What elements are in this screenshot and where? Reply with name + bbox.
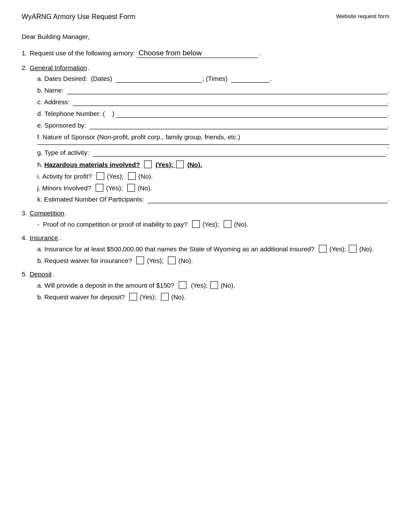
section-4-num: 4. xyxy=(22,234,27,241)
competition-yes-checkbox[interactable] xyxy=(192,220,200,228)
hazardous-yes-checkbox[interactable] xyxy=(144,160,152,168)
waiver-ins-yes-checkbox[interactable] xyxy=(136,256,144,264)
sub-2c-letter: c. xyxy=(37,98,42,106)
sub-2k-label: Estimated Number Of Participants: xyxy=(44,195,146,203)
sub-section-2g: g. Type of activity: . xyxy=(37,149,389,157)
sub-2d-letter: d. xyxy=(37,110,43,117)
sub-2b-letter: b. xyxy=(37,87,43,94)
waiver-ins-no-label: (No). xyxy=(178,257,193,264)
section-3-num: 3. xyxy=(22,209,27,217)
minors-no-checkbox[interactable] xyxy=(127,184,135,192)
sub-section-2a: a. Dates Desired: (Dates) ; (Times) . xyxy=(37,75,389,83)
profit-yes-checkbox[interactable] xyxy=(96,172,104,180)
section-2: 2. General Information . a. Dates Desire… xyxy=(22,64,389,203)
sub-2h-label: Hazardous materials involved? xyxy=(45,161,140,168)
sub-5b-letter: b. xyxy=(37,293,43,301)
sub-section-4a: a. Insurance for at least $500,000.00 th… xyxy=(37,245,389,253)
sub-2d-label: Telephone Number: ( ) xyxy=(45,110,115,117)
section-2-num: 2. xyxy=(22,64,27,71)
competition-no-checkbox[interactable] xyxy=(224,220,231,228)
times-fill[interactable] xyxy=(231,75,270,83)
sub-section-2c: c. Address: . xyxy=(37,98,389,106)
sub-2j-letter: j. xyxy=(37,184,41,192)
sub-2k-letter: k. xyxy=(37,195,42,203)
sub-2j-label: Minors Involved? xyxy=(42,184,93,192)
section-5: 5. Deposit . a. Will provide a deposit i… xyxy=(22,270,389,301)
waiver-dep-yes-checkbox[interactable] xyxy=(129,293,137,301)
deposit-no-checkbox[interactable] xyxy=(210,281,218,289)
sub-section-2k: k. Estimated Number Of Participants: . xyxy=(37,195,389,203)
section-3-label: Competition xyxy=(30,209,64,217)
deposit-yes-checkbox[interactable] xyxy=(179,281,186,289)
hazardous-yes-label: (Yes); xyxy=(156,161,175,168)
sub-section-2j: j. Minors Involved? (Yes); (No). xyxy=(37,184,389,192)
participants-fill[interactable] xyxy=(148,195,388,203)
sub-section-5b: b. Request waiver for deposit? (Yes); (N… xyxy=(37,293,389,301)
waiver-ins-no-checkbox[interactable] xyxy=(168,256,176,264)
competition-yes-label: (Yes); xyxy=(202,221,221,228)
sub-2c-label: Address: xyxy=(44,98,71,106)
insurance-no-label: (No). xyxy=(359,245,373,253)
section-4-label: Insurance xyxy=(30,234,58,241)
sub-2f-letter: f. xyxy=(37,133,41,141)
insurance-no-checkbox[interactable] xyxy=(349,245,356,253)
sub-4a-letter: a. xyxy=(37,245,43,253)
sub-2e-label: Sponsored by: xyxy=(45,122,88,129)
sub-5a-letter: a. xyxy=(37,282,43,289)
sub-2h-letter: h. xyxy=(37,161,43,168)
activity-fill[interactable] xyxy=(93,149,386,157)
hazardous-no-label: (No). xyxy=(187,161,202,168)
section-1-period: . xyxy=(259,49,260,57)
sub-section-2i: i. Activity for profit? (Yes); (No). xyxy=(37,172,389,180)
section-2-label: General Information xyxy=(30,64,87,71)
sub-5a-label: Will provide a deposit in the amount of … xyxy=(45,282,176,289)
sponsored-fill[interactable] xyxy=(90,122,387,129)
dates-fill[interactable] xyxy=(116,75,202,83)
phone-fill[interactable] xyxy=(116,110,388,118)
waiver-dep-no-label: (No). xyxy=(171,293,186,301)
armory-dropdown[interactable]: Choose from below xyxy=(137,49,258,58)
page-title: WyARNG Armory Use Request Form xyxy=(22,13,135,21)
hazardous-no-checkbox[interactable] xyxy=(176,160,184,168)
competition-no-label: (No). xyxy=(234,221,248,228)
sub-5b-label: Request waiver for deposit? xyxy=(45,293,127,301)
section-1-label: Request use of the following armory: xyxy=(30,49,135,57)
sub-2g-label: Type of activity: xyxy=(45,149,91,156)
waiver-ins-yes-label: (Yes); xyxy=(147,257,165,264)
insurance-yes-checkbox[interactable] xyxy=(319,245,327,253)
salutation: Dear Building Manager, xyxy=(22,33,389,40)
section-1: 1. Request use of the following armory: … xyxy=(22,49,389,58)
website-label: Website request form xyxy=(336,13,389,19)
profit-no-checkbox[interactable] xyxy=(128,172,136,180)
sub-3-dash: - xyxy=(37,221,41,228)
name-fill[interactable] xyxy=(67,87,388,94)
section-1-num: 1. xyxy=(22,49,27,57)
sub-4b-label: Request waiver for insurance? xyxy=(45,257,134,264)
page-header: WyARNG Armory Use Request Form Website r… xyxy=(22,13,389,21)
waiver-dep-yes-label: (Yes); xyxy=(140,293,158,301)
sub-3-label: Proof of no competition or proof of inab… xyxy=(43,221,189,228)
profit-no-label: (No). xyxy=(138,173,153,180)
deposit-no-label: (No). xyxy=(221,282,235,289)
section-5-label: Deposit xyxy=(30,270,52,278)
sub-2g-letter: g. xyxy=(37,149,43,156)
sub-4a-label: Insurance for at least $500,000.00 that … xyxy=(45,245,318,253)
sub-2i-letter: i. xyxy=(37,173,41,180)
sub-2b-label: Name: xyxy=(45,87,65,94)
waiver-dep-no-checkbox[interactable] xyxy=(161,293,169,301)
sub-section-2b: b. Name: . xyxy=(37,87,389,94)
section-5-num: 5. xyxy=(22,270,27,278)
minors-yes-checkbox[interactable] xyxy=(96,184,103,192)
sub-2f-label: Nature of Sponsor (Non-profit, profit co… xyxy=(42,133,240,141)
address-fill[interactable] xyxy=(73,98,388,106)
sub-2i-label: Activity for profit? xyxy=(42,173,94,180)
sub-2a-letter: a. xyxy=(37,75,43,82)
sub-2e-letter: e. xyxy=(37,122,43,129)
sub-2a-times: ; (Times) xyxy=(202,75,229,82)
sub-section-2f: f. Nature of Sponsor (Non-profit, profit… xyxy=(37,133,389,145)
sub-section-3-proof: - Proof of no competition or proof of in… xyxy=(37,220,389,228)
section-3: 3. Competition . - Proof of no competiti… xyxy=(22,209,389,228)
sub-4b-letter: b. xyxy=(37,257,43,264)
profit-yes-label: (Yes); xyxy=(107,173,125,180)
sub-section-2d: d. Telephone Number: ( ) . xyxy=(37,110,389,118)
